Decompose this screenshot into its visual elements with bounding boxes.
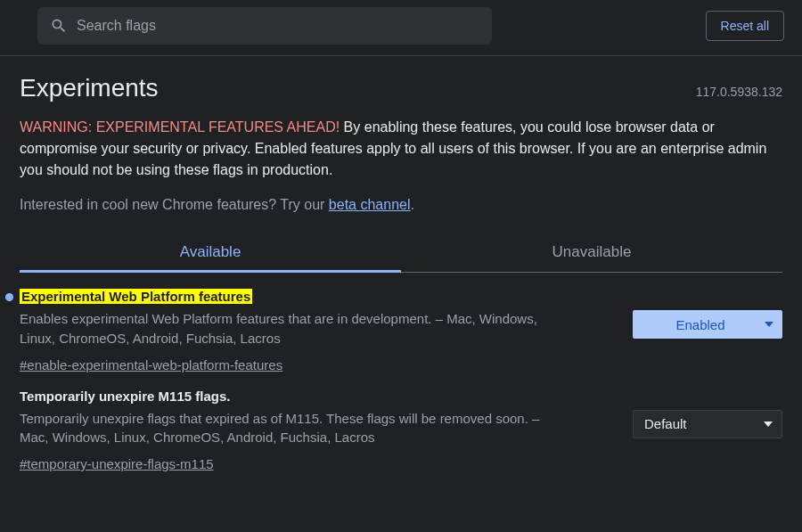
flag-state-select[interactable]: DefaultEnabledDisabled [633,310,782,339]
flag-description: Temporarily unexpire flags that expired … [20,409,572,448]
search-box[interactable] [37,7,492,45]
flag-title: Temporarily unexpire M115 flags. [20,389,230,404]
search-input[interactable] [77,18,479,34]
top-bar: Reset all [0,0,802,56]
flag-anchor-link[interactable]: #temporary-unexpire-flags-m115 [20,456,214,471]
content-area: Experiments 117.0.5938.132 WARNING: EXPE… [0,56,802,471]
flag-description: Enables experimental Web Platform featur… [20,309,572,348]
beta-channel-link[interactable]: beta channel [329,197,411,212]
promo-text: Interested in cool new Chrome features? … [20,197,782,213]
warning-text: WARNING: EXPERIMENTAL FEATURES AHEAD! By… [20,117,782,181]
tab-bar: Available Unavailable [20,234,782,273]
warning-prefix: WARNING: EXPERIMENTAL FEATURES AHEAD! [20,119,340,135]
flag-title: Experimental Web Platform features [20,289,252,304]
page-title: Experiments [20,74,159,102]
flag-row: Experimental Web Platform featuresEnable… [20,273,782,372]
version-label: 117.0.5938.132 [696,85,782,99]
flag-row: Temporarily unexpire M115 flags.Temporar… [20,372,782,472]
reset-all-button[interactable]: Reset all [706,11,784,41]
modified-dot-icon [5,293,13,301]
tab-available[interactable]: Available [20,234,401,272]
tab-unavailable[interactable]: Unavailable [401,234,782,272]
search-icon [50,17,68,35]
flag-state-select[interactable]: DefaultEnabledDisabled [633,410,782,438]
flag-anchor-link[interactable]: #enable-experimental-web-platform-featur… [20,357,282,372]
